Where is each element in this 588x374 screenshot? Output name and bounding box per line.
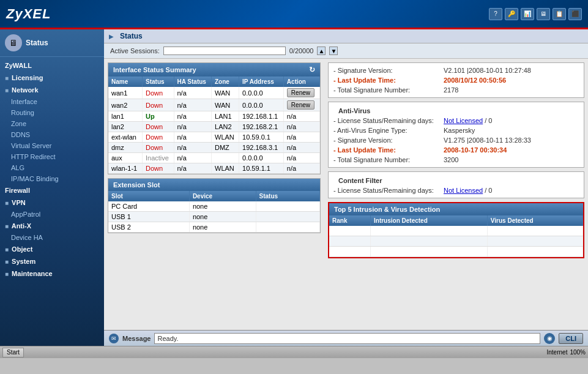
left-panel: Interface Status Summary ↻ Name Status H… bbox=[104, 59, 324, 330]
top5-tbody bbox=[329, 226, 583, 257]
top5-col-virus: Virus Detected bbox=[487, 215, 582, 226]
cf-license-label: - License Status/Remaining days: bbox=[333, 187, 444, 194]
sidebar-item-maintenance[interactable]: ■ Maintenance bbox=[0, 267, 104, 280]
sidebar-item-vpn[interactable]: ■ VPN bbox=[0, 196, 104, 209]
cell-ip: 0.0.0.0 bbox=[239, 153, 284, 163]
sidebar-item-zone[interactable]: Zone bbox=[0, 118, 104, 129]
sidebar-item-routing[interactable]: Routing bbox=[0, 107, 104, 118]
doc-icon[interactable]: 📋 bbox=[553, 8, 566, 20]
cell-intrusion bbox=[371, 247, 488, 257]
table-row: USB 2 none bbox=[108, 222, 320, 233]
taskbar-right: Internet 100% bbox=[547, 349, 586, 356]
sig-version-row: - Signature Version: V2.101 |2008-10-01 … bbox=[333, 65, 579, 75]
cell-status bbox=[256, 212, 319, 222]
screen-icon[interactable]: 🖥 bbox=[537, 8, 550, 20]
renew-button[interactable]: Renew bbox=[287, 88, 314, 97]
cell-name: lan2 bbox=[108, 122, 142, 132]
content-filter-panel: Content Filter - License Status/Remainin… bbox=[328, 171, 584, 198]
sig-version-value: V2.101 |2008-10-01 10:27:48 bbox=[444, 67, 531, 74]
sidebar-item-antix[interactable]: ■ Anti-X bbox=[0, 220, 104, 232]
cell-name: wan2 bbox=[108, 99, 142, 111]
last-update-label: - Last Update Time: bbox=[333, 77, 444, 84]
av-engine-value: Kaspersky bbox=[444, 127, 475, 134]
av-total-row: - Total Signature Number: 3200 bbox=[333, 155, 579, 165]
start-button[interactable]: Start bbox=[2, 348, 24, 357]
help-icon[interactable]: ? bbox=[489, 8, 502, 20]
logo: ZyXEL bbox=[6, 6, 51, 22]
cli-button[interactable]: CLI bbox=[559, 333, 583, 344]
power-icon[interactable]: ⬛ bbox=[568, 8, 582, 20]
refresh-icon[interactable]: ↻ bbox=[309, 65, 315, 74]
cell-ip: 10.59.1.1 bbox=[239, 163, 284, 174]
total-sig-value: 2178 bbox=[444, 86, 458, 94]
ext-col-status: Status bbox=[256, 191, 319, 201]
content: ▶ Status Active Sessions: 0/20000 ▲ ▼ In… bbox=[104, 29, 588, 346]
last-update-value: 2008/10/12 00:50:56 bbox=[444, 77, 506, 84]
cf-license-suffix: / 0 bbox=[485, 187, 492, 194]
sidebar-item-zywall[interactable]: ZyWALL bbox=[0, 59, 104, 72]
cell-status: Down bbox=[142, 132, 174, 143]
cell-status: Down bbox=[142, 99, 174, 111]
cell-ip: 0.0.0.0 bbox=[239, 87, 284, 99]
cell-zone bbox=[212, 153, 239, 163]
cell-status bbox=[256, 201, 319, 212]
lock-icon[interactable]: 🔑 bbox=[505, 8, 518, 20]
sidebar-item-alg[interactable]: ALG bbox=[0, 162, 104, 173]
av-license-suffix: / 0 bbox=[485, 117, 492, 124]
top-bar: ZyXEL ? 🔑 📊 🖥 📋 ⬛ bbox=[0, 0, 588, 28]
top-icons: ? 🔑 📊 🖥 📋 ⬛ bbox=[489, 8, 582, 20]
cell-zone: DMZ bbox=[212, 143, 239, 153]
av-total-label: - Total Signature Number: bbox=[333, 156, 444, 163]
cell-action: n/a bbox=[283, 111, 319, 122]
col-name: Name bbox=[108, 77, 142, 87]
sidebar-item-deviceha[interactable]: Device HA bbox=[0, 232, 104, 243]
av-engine-label: - Anti-Virus Engine Type: bbox=[333, 127, 444, 134]
sessions-up-btn[interactable]: ▲ bbox=[317, 47, 326, 55]
top5-panel: Top 5 Intrusion & Virus Detection Rank I… bbox=[328, 202, 584, 258]
cell-device: none bbox=[189, 222, 256, 233]
sidebar-item-virtualserver[interactable]: Virtual Server bbox=[0, 140, 104, 151]
message-label: Message bbox=[122, 335, 151, 342]
message-text-box: Ready. bbox=[154, 333, 540, 344]
sidebar-item-ipmac[interactable]: IP/MAC Binding bbox=[0, 173, 104, 184]
av-license-value[interactable]: Not Licensed bbox=[444, 117, 483, 124]
col-ha-status: HA Status bbox=[174, 77, 212, 87]
top5-title: Top 5 Intrusion & Virus Detection bbox=[334, 206, 440, 213]
table-row: dmz Down n/a DMZ 192.168.3.1 n/a bbox=[108, 143, 320, 153]
content-body: Interface Status Summary ↻ Name Status H… bbox=[104, 59, 588, 330]
sidebar-item-ddns[interactable]: DDNS bbox=[0, 129, 104, 140]
cell-ha: n/a bbox=[174, 163, 212, 174]
cell-status bbox=[256, 222, 319, 233]
cell-rank bbox=[329, 236, 371, 247]
antivirus-panel: Anti-Virus - License Status/Remaining da… bbox=[328, 102, 584, 168]
extension-slot-panel: Extension Slot Slot Device Status PC Car… bbox=[108, 178, 321, 233]
sidebar-status-section: 🖥 Status bbox=[0, 29, 104, 57]
sessions-down-btn[interactable]: ▼ bbox=[329, 47, 338, 55]
cell-device: none bbox=[189, 201, 256, 212]
sidebar-item-network[interactable]: ■ Network bbox=[0, 84, 104, 96]
sidebar-item-interface[interactable]: Interface bbox=[0, 96, 104, 107]
table-row: wan1 Down n/a WAN 0.0.0.0 Renew bbox=[108, 87, 320, 99]
cell-zone: WLAN bbox=[212, 163, 239, 174]
bottom-bar: ✉ Message Ready. ◉ CLI bbox=[104, 330, 588, 346]
extension-tbody: PC Card none USB 1 none USB 2 none bbox=[108, 201, 320, 233]
sidebar-status-label: Status bbox=[26, 39, 48, 47]
monitor-icon[interactable]: 📊 bbox=[521, 8, 534, 20]
sidebar-item-object[interactable]: ■ Object bbox=[0, 243, 104, 255]
renew-button[interactable]: Renew bbox=[287, 100, 314, 110]
cell-zone: WAN bbox=[212, 87, 239, 99]
interface-tbody: wan1 Down n/a WAN 0.0.0.0 Renew wan2 Dow… bbox=[108, 87, 320, 174]
message-end-icon[interactable]: ◉ bbox=[544, 333, 555, 344]
cell-ip: 192.168.1.1 bbox=[239, 111, 284, 122]
sidebar-item-apppatrol[interactable]: AppPatrol bbox=[0, 209, 104, 220]
av-sigver-row: - Signature Version: V1.275 |2008-10-11 … bbox=[333, 135, 579, 145]
cell-zone: LAN1 bbox=[212, 111, 239, 122]
sidebar-item-httpredir[interactable]: HTTP Redirect bbox=[0, 151, 104, 162]
sidebar-item-licensing[interactable]: ■ Licensing bbox=[0, 72, 104, 84]
cell-virus bbox=[487, 236, 582, 247]
sidebar-item-firewall[interactable]: Firewall bbox=[0, 184, 104, 196]
cf-license-value[interactable]: Not Licensed bbox=[444, 187, 483, 194]
cell-ha: n/a bbox=[174, 143, 212, 153]
av-update-label: - Last Update Time: bbox=[333, 146, 444, 154]
sidebar-item-system[interactable]: ■ System bbox=[0, 255, 104, 267]
